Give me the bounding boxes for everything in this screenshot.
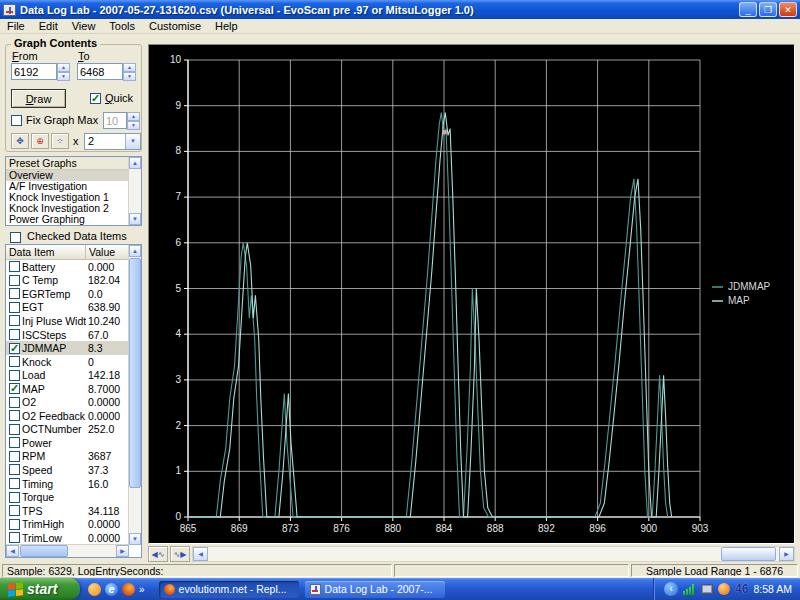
row-checkbox[interactable] [9,424,20,435]
scroll-right-icon[interactable]: ▶ [116,545,129,557]
table-row[interactable]: TPS 34.118 [6,504,141,518]
spin-down-icon[interactable]: ▼ [123,72,136,81]
minimize-button[interactable]: _ [739,2,757,17]
row-checkbox[interactable] [9,288,20,299]
taskbar-button-evolutionm[interactable]: evolutionm.net - Repl... [159,581,299,598]
table-row[interactable]: Speed 37.3 [6,463,141,477]
menu-item[interactable]: File [0,20,32,32]
table-row[interactable]: Inj Pluse Width 10.240 [6,314,141,328]
spin-up-icon[interactable]: ▲ [57,63,70,72]
row-checkbox[interactable] [9,437,20,448]
close-button[interactable]: ✕ [779,2,797,17]
table-hscrollbar[interactable]: ◀ ▶ [6,544,129,557]
draw-button[interactable]: Draw [11,89,66,108]
start-button[interactable]: start [0,578,80,600]
table-row[interactable]: MAP 8.7000 [6,382,141,396]
row-checkbox[interactable] [9,383,20,394]
spin-up-icon[interactable]: ▲ [123,63,136,72]
menu-item[interactable]: View [65,20,103,32]
row-checkbox[interactable] [9,370,20,381]
row-checkbox[interactable] [9,356,20,367]
table-row[interactable]: Power [6,436,141,450]
table-row[interactable]: O2 Feedback 0.0000 [6,409,141,423]
table-row[interactable]: OCTNumber 252.0 [6,423,141,437]
checked-data-items-only-checkbox[interactable] [10,232,21,243]
row-checkbox[interactable] [9,492,20,503]
network-monitor-icon[interactable] [701,584,713,594]
row-checkbox[interactable] [9,478,20,489]
scroll-left-icon[interactable]: ◀ [6,545,19,557]
spin-down-icon[interactable]: ▼ [57,72,70,81]
row-checkbox[interactable] [9,329,20,340]
table-row[interactable]: Torque [6,490,141,504]
quick-checkbox[interactable] [90,93,101,104]
ie-icon[interactable]: e [105,583,118,596]
table-row[interactable]: Battery 0.000 [6,260,141,274]
table-row[interactable]: Load 142.18 [6,368,141,382]
zoom-full-button[interactable]: ✥ [11,133,29,149]
row-checkbox[interactable] [9,464,20,475]
temperature-readout: 46 [735,582,748,596]
zoom-selection-button[interactable]: ⊕ [31,133,49,149]
aim-tray-icon[interactable] [718,583,730,595]
firefox-icon[interactable] [122,583,135,596]
row-checkbox[interactable] [9,261,20,272]
menu-item[interactable]: Tools [102,20,142,32]
table-row[interactable]: EGT 638.90 [6,301,141,315]
scroll-left-icon[interactable]: ◀ [193,547,208,561]
to-input[interactable] [77,63,123,80]
table-row[interactable]: Timing 16.0 [6,477,141,491]
grid-toggle-button[interactable]: ⁘ [51,133,69,149]
row-checkbox[interactable] [9,410,20,421]
scroll-up-icon[interactable]: ▲ [129,245,141,257]
multiplier-combo[interactable]: 2 ▼ [84,133,141,150]
table-row[interactable]: EGRTemp 0.0 [6,287,141,301]
table-row[interactable]: TrimLow 0.0000 [6,531,141,545]
table-row[interactable]: ISCSteps 67.0 [6,328,141,342]
aim-icon[interactable] [88,583,101,596]
chart-hscrollbar[interactable]: ◀ ▶ [192,546,795,562]
row-checkbox[interactable] [9,302,20,313]
menu-item[interactable]: Customise [142,20,208,32]
prev-marker-button[interactable]: ◀∿ [148,546,168,562]
next-marker-button[interactable]: ∿▶ [170,546,190,562]
table-row[interactable]: O2 0.0000 [6,395,141,409]
taskbar-button-datalog[interactable]: Data Log Lab - 2007-... [305,581,445,598]
row-checkbox[interactable] [9,532,20,543]
scrollbar-thumb[interactable] [129,258,141,488]
scroll-down-icon[interactable]: ▼ [129,213,141,225]
table-row[interactable]: JDMMAP 8.3 [6,341,141,355]
to-spinner[interactable]: ▲▼ [123,63,136,80]
chart-area[interactable]: 8658698738768808848888928969009030123456… [148,44,795,544]
column-data-item[interactable]: Data Item [6,245,86,259]
quick-launch-overflow-icon[interactable]: » [139,584,145,595]
row-checkbox[interactable] [9,397,20,408]
table-row[interactable]: C Temp 182.04 [6,274,141,288]
table-row[interactable]: Knock 0 [6,355,141,369]
row-checkbox[interactable] [9,315,20,326]
row-checkbox[interactable] [9,519,20,530]
row-checkbox[interactable] [9,451,20,462]
table-row[interactable]: RPM 3687 [6,450,141,464]
signal-bars-icon[interactable] [683,584,696,595]
preset-graph-item[interactable]: Power Graphing [6,214,141,225]
scrollbar-thumb[interactable] [721,547,776,561]
row-checkbox[interactable] [9,343,20,354]
row-checkbox[interactable] [9,275,20,286]
fix-graph-max-checkbox[interactable] [11,115,22,126]
row-checkbox[interactable] [9,505,20,516]
preset-list-scrollbar[interactable]: ▲ ▼ [128,157,141,225]
tray-collapse-icon[interactable]: ‹ [664,582,678,596]
chevron-down-icon[interactable]: ▼ [125,134,140,149]
from-spinner[interactable]: ▲▼ [57,63,70,80]
table-row[interactable]: TrimHigh 0.0000 [6,517,141,531]
from-input[interactable] [11,63,57,80]
menu-item[interactable]: Edit [32,20,65,32]
menu-item[interactable]: Help [208,20,245,32]
scrollbar-thumb[interactable] [20,545,68,557]
scroll-down-icon[interactable]: ▼ [129,533,141,545]
maximize-button[interactable]: ❐ [759,2,777,17]
scroll-right-icon[interactable]: ▶ [779,547,794,561]
scroll-up-icon[interactable]: ▲ [129,157,141,169]
table-vscrollbar[interactable]: ▲ ▼ [128,245,141,545]
